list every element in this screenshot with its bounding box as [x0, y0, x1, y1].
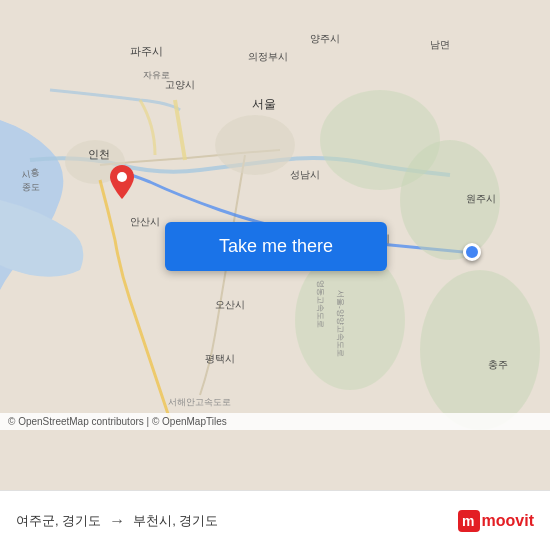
- origin-marker: [110, 165, 134, 195]
- svg-text:평택시: 평택시: [205, 353, 235, 364]
- svg-text:파주시: 파주시: [130, 45, 163, 57]
- route-from-label: 여주군, 경기도: [16, 512, 101, 530]
- svg-text:의정부시: 의정부시: [248, 51, 288, 62]
- moovit-logo-icon: m: [458, 510, 480, 532]
- copyright-bar: © OpenStreetMap contributors | © OpenMap…: [0, 413, 550, 430]
- svg-text:종도: 종도: [22, 182, 40, 192]
- svg-text:서해안고속도로: 서해안고속도로: [168, 397, 231, 407]
- map-container: 파주시 의정부시 양주시 남면 서울 성남시 인천 안산시 수원시 이천시 원주…: [0, 0, 550, 490]
- svg-text:영동고속도로: 영동고속도로: [316, 280, 325, 328]
- destination-marker: [463, 243, 481, 261]
- svg-text:안산시: 안산시: [130, 216, 160, 227]
- route-info: 여주군, 경기도 → 부천시, 경기도: [16, 512, 218, 530]
- footer-bar: 여주군, 경기도 → 부천시, 경기도 m moovit: [0, 490, 550, 550]
- svg-point-1: [215, 115, 295, 175]
- svg-point-30: [117, 172, 127, 182]
- moovit-logo-text: moovit: [482, 512, 534, 530]
- svg-text:고양시: 고양시: [165, 79, 195, 90]
- route-to-label: 부천시, 경기도: [133, 512, 218, 530]
- svg-text:m: m: [462, 513, 474, 529]
- route-arrow-icon: →: [109, 512, 125, 530]
- svg-text:오산시: 오산시: [215, 299, 245, 310]
- copyright-text: © OpenStreetMap contributors | © OpenMap…: [8, 416, 227, 427]
- svg-text:자유로: 자유로: [143, 70, 170, 80]
- svg-text:남면: 남면: [430, 39, 450, 50]
- svg-text:서울: 서울: [252, 97, 276, 111]
- svg-point-7: [420, 270, 540, 430]
- svg-text:성남시: 성남시: [290, 169, 320, 180]
- svg-point-6: [295, 250, 405, 390]
- svg-text:인천: 인천: [88, 148, 110, 160]
- svg-text:원주시: 원주시: [466, 193, 496, 204]
- svg-text:양주시: 양주시: [310, 33, 340, 44]
- svg-text:서울-양양고속도로: 서울-양양고속도로: [336, 290, 345, 357]
- moovit-logo: m moovit: [458, 510, 534, 532]
- svg-text:충주: 충주: [488, 359, 508, 370]
- take-me-there-button[interactable]: Take me there: [165, 222, 387, 271]
